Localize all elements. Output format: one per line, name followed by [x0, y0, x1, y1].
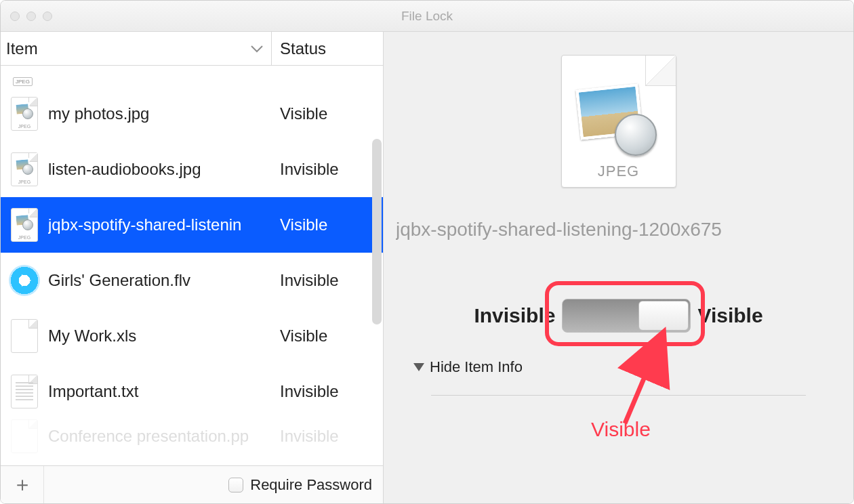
detail-filename: jqbx-spotify-shared-listening-1200x675 — [396, 219, 841, 240]
file-preview: JPEG — [561, 55, 676, 188]
column-headers: Item Status — [1, 32, 383, 66]
titlebar: File Lock — [1, 1, 853, 32]
bottom-bar: ＋ Require Password — [1, 465, 383, 503]
file-type-icon — [1, 208, 48, 242]
file-type-icon — [1, 97, 48, 131]
play-icon — [9, 265, 40, 296]
toggle-label-visible: Visible — [697, 304, 762, 327]
column-header-status-label: Status — [280, 39, 326, 58]
file-name: Important.txt — [48, 382, 272, 401]
table-row[interactable]: listen-audiobooks.jpg Invisible — [1, 142, 383, 197]
column-header-status[interactable]: Status — [272, 32, 383, 65]
detail-pane: JPEG jqbx-spotify-shared-listening-1200x… — [384, 32, 853, 503]
toggle-label-invisible: Invisible — [474, 304, 555, 327]
table-row[interactable]: My Work.xls Visible — [1, 308, 383, 364]
file-name: my photos.jpg — [48, 104, 272, 123]
file-status: Invisible — [272, 382, 383, 401]
hide-item-info-toggle[interactable]: Hide Item Info — [413, 358, 853, 376]
main-split: Item Status JPEG my photos.jpg Visible — [1, 32, 853, 503]
file-name: My Work.xls — [48, 327, 272, 345]
file-type-icon — [1, 375, 48, 408]
annotation-label: Visible — [591, 418, 651, 441]
file-list: JPEG my photos.jpg Visible listen-audiob… — [1, 66, 383, 465]
table-row[interactable]: jqbx-spotify-shared-listenin Visible — [1, 197, 383, 253]
window-controls — [1, 12, 52, 21]
toggle-knob-icon — [638, 301, 689, 331]
loupe-icon — [615, 114, 657, 156]
add-button[interactable]: ＋ — [1, 466, 44, 503]
file-type-icon — [1, 265, 48, 296]
visibility-toggle[interactable] — [562, 299, 691, 333]
filetype-tag: JPEG — [13, 77, 33, 86]
file-type-icon — [1, 152, 48, 186]
file-type-label: JPEG — [562, 163, 676, 180]
divider — [431, 395, 806, 396]
column-header-item-label: Item — [6, 39, 38, 58]
table-row[interactable]: my photos.jpg Visible — [1, 86, 383, 142]
file-name: listen-audiobooks.jpg — [48, 160, 272, 179]
file-type-icon — [1, 419, 48, 453]
plus-icon: ＋ — [12, 471, 33, 499]
table-row[interactable]: Important.txt Invisible — [1, 364, 383, 419]
checkbox-icon — [228, 478, 243, 492]
require-password-label: Require Password — [250, 476, 372, 494]
visibility-toggle-row: Invisible Visible — [384, 299, 853, 333]
chevron-down-icon — [251, 45, 263, 53]
column-header-item[interactable]: Item — [1, 32, 272, 65]
vertical-scrollbar[interactable] — [372, 139, 382, 324]
minimize-window-button[interactable] — [26, 12, 36, 21]
file-status: Visible — [272, 104, 383, 123]
require-password-checkbox[interactable]: Require Password — [228, 476, 383, 494]
file-list-pane: Item Status JPEG my photos.jpg Visible — [1, 32, 384, 503]
window-title: File Lock — [1, 9, 853, 24]
zoom-window-button[interactable] — [43, 12, 52, 21]
file-status: Visible — [272, 327, 383, 345]
table-row[interactable]: Girls' Generation.flv Invisible — [1, 253, 383, 308]
file-name: Conference presentation.pp — [48, 427, 272, 446]
hide-item-info-label: Hide Item Info — [430, 358, 523, 376]
file-status: Invisible — [272, 427, 383, 446]
close-window-button[interactable] — [10, 12, 20, 21]
table-row[interactable]: JPEG — [1, 66, 383, 86]
file-name: Girls' Generation.flv — [48, 271, 272, 290]
file-status: Invisible — [272, 160, 383, 179]
file-status: Visible — [272, 215, 383, 234]
table-row[interactable]: Conference presentation.pp Invisible — [1, 419, 383, 453]
triangle-down-icon — [413, 363, 424, 371]
file-type-icon — [1, 319, 48, 353]
file-name: jqbx-spotify-shared-listenin — [48, 215, 272, 234]
file-status: Invisible — [272, 271, 383, 290]
